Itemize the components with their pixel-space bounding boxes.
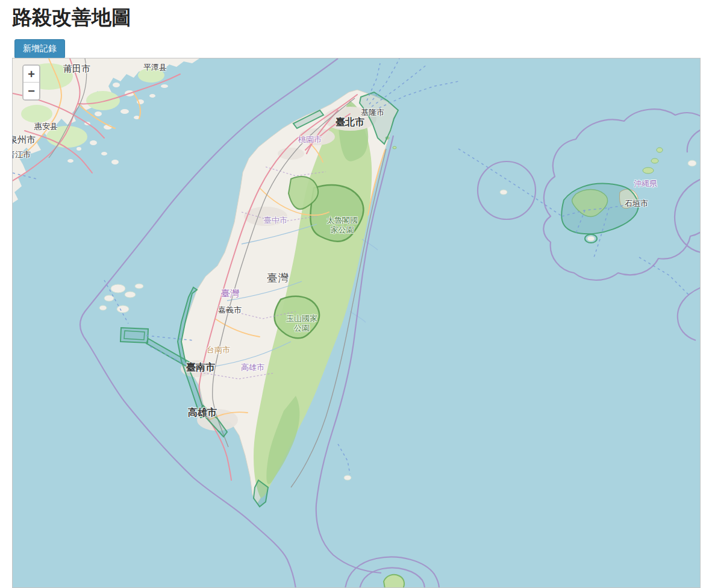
- map[interactable]: + − 莆田市 平潭县 惠安县 泉州市 晋江市 基隆市 臺北市 桃園市 臺中市 …: [12, 58, 701, 58]
- page-title: 路殺改善地圖: [12, 5, 709, 30]
- add-record-button[interactable]: 新增記錄: [14, 39, 65, 58]
